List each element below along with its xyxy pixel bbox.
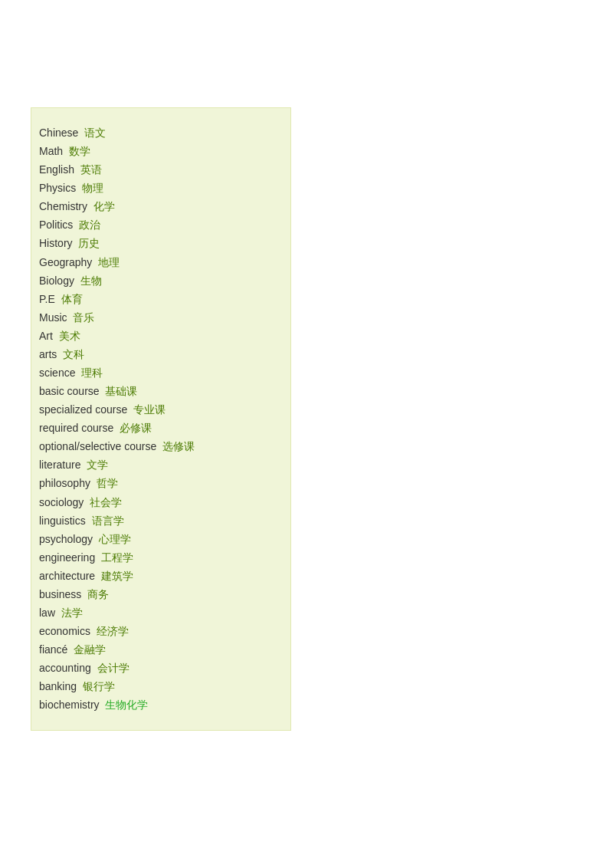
list-item: P.E 体育 xyxy=(39,290,267,308)
chinese-term: 会计学 xyxy=(94,662,129,674)
chinese-term: 理科 xyxy=(78,367,103,379)
list-item: banking 银行学 xyxy=(39,677,267,695)
list-item: business 商务 xyxy=(39,585,267,603)
chinese-term: 英语 xyxy=(77,163,102,176)
english-term: business xyxy=(39,588,81,600)
english-term: Music xyxy=(39,311,67,324)
list-item: economics 经济学 xyxy=(39,622,267,640)
chinese-term: 生物 xyxy=(77,275,102,287)
chinese-term: 哲学 xyxy=(93,477,118,489)
list-item: Art 美术 xyxy=(39,327,267,345)
english-term: P.E xyxy=(39,293,55,305)
english-term: sociology xyxy=(39,496,84,508)
chinese-term: 化学 xyxy=(90,200,115,212)
english-term: Chemistry xyxy=(39,200,87,212)
list-item: Music 音乐 xyxy=(39,308,267,327)
chinese-term: 历史 xyxy=(76,237,100,249)
list-item: arts 文科 xyxy=(39,345,267,363)
english-term: accounting xyxy=(39,662,91,674)
english-term: Math xyxy=(39,145,63,157)
list-item: literature 文学 xyxy=(39,455,267,474)
chinese-term: 语言学 xyxy=(89,515,124,527)
english-term: economics xyxy=(39,625,90,637)
chinese-term: 物理 xyxy=(79,182,103,194)
chinese-term: 必修课 xyxy=(116,422,152,434)
chinese-term: 银行学 xyxy=(80,680,115,692)
list-item: Math 数学 xyxy=(39,142,267,160)
chinese-term: 体育 xyxy=(58,293,83,305)
list-item: sociology 社会学 xyxy=(39,493,267,511)
list-item: basic course 基础课 xyxy=(39,382,267,400)
english-term: linguistics xyxy=(39,515,86,527)
chinese-term: 社会学 xyxy=(87,496,122,508)
page-container: Chinese 语文Math 数学English 英语Physics 物理Che… xyxy=(0,0,613,807)
english-term: Chinese xyxy=(39,127,78,139)
list-item: History 历史 xyxy=(39,234,267,252)
list-item: engineering 工程学 xyxy=(39,548,267,567)
list-item: Physics 物理 xyxy=(39,179,267,197)
english-term: Politics xyxy=(39,219,73,231)
chinese-term: 生物化学 xyxy=(103,699,149,711)
chinese-term: 音乐 xyxy=(70,311,95,324)
english-term: science xyxy=(39,367,75,379)
chinese-term: 金融学 xyxy=(70,643,106,656)
chinese-term: 工程学 xyxy=(98,551,133,564)
chinese-term: 选修课 xyxy=(159,440,195,452)
english-term: literature xyxy=(39,459,80,471)
list-item: Politics 政治 xyxy=(39,215,267,234)
english-term: Art xyxy=(39,330,53,342)
chinese-term: 基础课 xyxy=(103,385,138,397)
list-item: Chinese 语文 xyxy=(39,123,267,142)
list-item: accounting 会计学 xyxy=(39,659,267,677)
list-item: English 英语 xyxy=(39,160,267,179)
chinese-term: 商务 xyxy=(84,588,109,600)
list-item: Biology 生物 xyxy=(39,271,267,290)
chinese-term: 文学 xyxy=(84,459,108,471)
list-item: required course 必修课 xyxy=(39,419,267,437)
english-term: architecture xyxy=(39,570,95,582)
chinese-term: 地理 xyxy=(95,256,120,268)
english-term: philosophy xyxy=(39,477,90,489)
english-term: arts xyxy=(39,348,57,360)
vocab-box: Chinese 语文Math 数学English 英语Physics 物理Che… xyxy=(31,107,291,731)
english-term: law xyxy=(39,607,55,619)
list-item: optional/selective course 选修课 xyxy=(39,437,267,455)
chinese-term: 心理学 xyxy=(96,533,131,545)
list-item: architecture 建筑学 xyxy=(39,567,267,585)
english-term: psychology xyxy=(39,533,93,545)
chinese-term: 法学 xyxy=(58,607,83,619)
chinese-term: 语文 xyxy=(81,127,106,139)
chinese-term: 经济学 xyxy=(93,625,129,637)
chinese-term: 专业课 xyxy=(130,403,166,416)
list-item: psychology 心理学 xyxy=(39,530,267,548)
list-item: biochemistry 生物化学 xyxy=(39,695,267,714)
english-term: required course xyxy=(39,422,113,434)
list-item: linguistics 语言学 xyxy=(39,511,267,530)
english-term: optional/selective course xyxy=(39,440,156,452)
english-term: engineering xyxy=(39,551,95,564)
chinese-term: 文科 xyxy=(60,348,84,360)
english-term: Geography xyxy=(39,256,92,268)
english-term: Biology xyxy=(39,275,74,287)
chinese-term: 政治 xyxy=(76,219,100,231)
chinese-term: 建筑学 xyxy=(98,570,133,582)
list-item: Geography 地理 xyxy=(39,253,267,271)
list-item: law 法学 xyxy=(39,603,267,622)
list-item: specialized course 专业课 xyxy=(39,400,267,419)
list-item: science 理科 xyxy=(39,363,267,382)
english-term: specialized course xyxy=(39,403,127,416)
english-term: banking xyxy=(39,680,77,692)
english-term: biochemistry xyxy=(39,699,100,711)
english-term: basic course xyxy=(39,385,100,397)
chinese-term: 美术 xyxy=(56,330,80,342)
list-item: philosophy 哲学 xyxy=(39,474,267,492)
english-term: History xyxy=(39,237,73,249)
english-term: Physics xyxy=(39,182,76,194)
chinese-term: 数学 xyxy=(66,145,90,157)
english-term: fiancé xyxy=(39,643,67,656)
list-item: Chemistry 化学 xyxy=(39,197,267,215)
english-term: English xyxy=(39,163,74,176)
list-item: fiancé 金融学 xyxy=(39,640,267,659)
